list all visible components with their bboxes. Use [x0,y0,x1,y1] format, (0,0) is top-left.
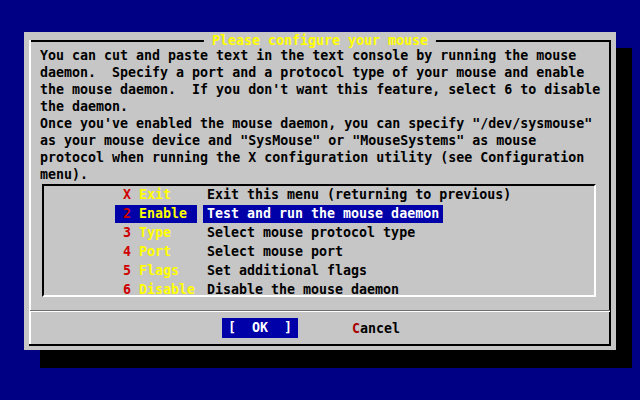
menu-item-flags[interactable]: 5 Flags Set additional flags [44,262,594,281]
body-line: the daemon. [40,98,600,115]
menu-item-description: Disable the mouse daemon [203,281,403,299]
body-line: the mouse daemon. If you don't want this… [40,81,600,98]
dialog-title: Please configure your mouse [204,33,436,48]
screen: { "window": { "title": "Please configure… [0,0,640,400]
ok-button[interactable]: [ OK ] [222,318,298,338]
menu-item-key: 6 [123,282,131,297]
mouse-config-dialog: Please configure your mouse You can cut … [24,32,616,350]
menu-item-label: Exit [139,187,171,202]
menu-item-description: Exit this menu (returning to previous) [203,186,515,204]
menu-item-key: 2 [123,206,131,221]
menu-item-tag: 2 Enable [115,205,197,223]
menu-item-key: 4 [123,244,131,259]
body-line: Once you've enabled the mouse daemon, yo… [40,115,600,132]
menu-item-tag: 6 Disable [115,281,197,299]
dialog-border-bottom [29,344,611,346]
menu-item-label: Enable [139,206,187,221]
menu-item-description: Select mouse protocol type [203,224,419,242]
menu-item-type[interactable]: 3 Type Select mouse protocol type [44,224,594,243]
menu-item-key: X [123,187,131,202]
menu-item-key: 3 [123,225,131,240]
menu-item-tag: X Exit [115,186,197,204]
menu-item-tag: 5 Flags [115,262,197,280]
cancel-label: ancel [360,321,400,336]
cancel-button[interactable]: Cancel [352,320,400,338]
menu-item-description: Test and run the mouse daemon [203,205,443,223]
button-separator [30,310,610,312]
menu-item-label: Type [139,225,171,240]
body-line: You can cut and paste text in the text c… [40,47,600,64]
menu-item-description: Select mouse port [203,243,347,261]
menu-item-key: 5 [123,263,131,278]
menu-item-label: Flags [139,263,179,278]
body-line: protocol when running the X configuratio… [40,149,600,166]
body-line: as your mouse device and "SysMouse" or "… [40,132,600,149]
body-line: daemon. Specify a port and a protocol ty… [40,64,600,81]
menu-item-port[interactable]: 4 Port Select mouse port [44,243,594,262]
menu-box: X Exit Exit this menu (returning to prev… [42,184,596,297]
dialog-border-right [609,40,611,346]
dialog-border-left [29,40,31,346]
menu-item-tag: 3 Type [115,224,197,242]
menu-item-disable[interactable]: 6 Disable Disable the mouse daemon [44,281,594,300]
menu-item-label: Disable [139,282,195,297]
menu-item-description: Set additional flags [203,262,371,280]
cancel-hotkey: C [352,321,360,336]
menu-item-exit[interactable]: X Exit Exit this menu (returning to prev… [44,186,594,205]
menu-item-tag: 4 Port [115,243,197,261]
dialog-body-text: You can cut and paste text in the text c… [40,47,600,183]
menu-item-enable[interactable]: 2 Enable Test and run the mouse daemon [44,205,594,224]
body-line: menu). [40,166,600,183]
menu-item-label: Port [139,244,171,259]
